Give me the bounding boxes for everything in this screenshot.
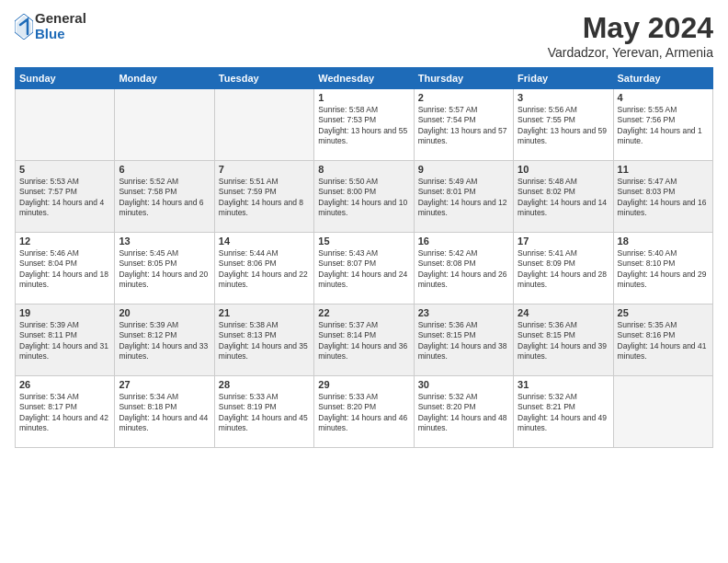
header-row: Sunday Monday Tuesday Wednesday Thursday…	[16, 68, 713, 89]
table-row: 17Sunrise: 5:41 AMSunset: 8:09 PMDayligh…	[514, 233, 613, 304]
day-number: 4	[618, 92, 709, 103]
day-number: 14	[219, 236, 310, 247]
day-number: 24	[518, 307, 609, 318]
day-number: 15	[318, 236, 409, 247]
cell-detail: Sunrise: 5:34 AMSunset: 8:17 PMDaylight:…	[19, 392, 110, 434]
day-number: 20	[119, 307, 210, 318]
table-row: 29Sunrise: 5:33 AMSunset: 8:20 PMDayligh…	[314, 376, 414, 448]
day-number: 31	[518, 379, 609, 390]
col-thursday: Thursday	[414, 68, 513, 89]
day-number: 22	[318, 307, 409, 318]
cell-detail: Sunrise: 5:52 AMSunset: 7:58 PMDaylight:…	[119, 177, 210, 219]
table-row: 10Sunrise: 5:48 AMSunset: 8:02 PMDayligh…	[514, 161, 613, 233]
cell-detail: Sunrise: 5:39 AMSunset: 8:11 PMDaylight:…	[19, 320, 110, 362]
cell-detail: Sunrise: 5:36 AMSunset: 8:15 PMDaylight:…	[518, 320, 609, 362]
calendar-week-row: 19Sunrise: 5:39 AMSunset: 8:11 PMDayligh…	[16, 304, 713, 376]
day-number: 27	[119, 379, 210, 390]
day-number: 7	[219, 164, 310, 175]
calendar-week-row: 26Sunrise: 5:34 AMSunset: 8:17 PMDayligh…	[16, 376, 713, 448]
table-row: 18Sunrise: 5:40 AMSunset: 8:10 PMDayligh…	[613, 233, 712, 304]
table-row: 20Sunrise: 5:39 AMSunset: 8:12 PMDayligh…	[115, 304, 214, 376]
cell-detail: Sunrise: 5:34 AMSunset: 8:18 PMDaylight:…	[119, 392, 210, 434]
table-row: 9Sunrise: 5:49 AMSunset: 8:01 PMDaylight…	[414, 161, 513, 233]
table-row: 24Sunrise: 5:36 AMSunset: 8:15 PMDayligh…	[514, 304, 613, 376]
cell-detail: Sunrise: 5:57 AMSunset: 7:54 PMDaylight:…	[418, 105, 509, 147]
day-number: 16	[418, 236, 509, 247]
cell-detail: Sunrise: 5:45 AMSunset: 8:05 PMDaylight:…	[119, 248, 210, 291]
table-row: 13Sunrise: 5:45 AMSunset: 8:05 PMDayligh…	[115, 233, 214, 304]
table-row: 2Sunrise: 5:57 AMSunset: 7:54 PMDaylight…	[414, 89, 513, 161]
day-number: 12	[19, 236, 110, 247]
cell-detail: Sunrise: 5:38 AMSunset: 8:13 PMDaylight:…	[219, 320, 310, 362]
cell-detail: Sunrise: 5:47 AMSunset: 8:03 PMDaylight:…	[618, 177, 709, 219]
col-friday: Friday	[514, 68, 613, 89]
table-row	[214, 89, 313, 161]
calendar-week-row: 12Sunrise: 5:46 AMSunset: 8:04 PMDayligh…	[16, 233, 713, 304]
location-label: Vardadzor, Yerevan, Armenia	[548, 45, 713, 60]
cell-detail: Sunrise: 5:44 AMSunset: 8:06 PMDaylight:…	[219, 248, 310, 291]
table-row	[16, 89, 115, 161]
table-row: 5Sunrise: 5:53 AMSunset: 7:57 PMDaylight…	[16, 161, 115, 233]
day-number: 19	[19, 307, 110, 318]
day-number: 17	[518, 236, 609, 247]
cell-detail: Sunrise: 5:48 AMSunset: 8:02 PMDaylight:…	[518, 177, 609, 219]
day-number: 13	[119, 236, 210, 247]
cell-detail: Sunrise: 5:33 AMSunset: 8:19 PMDaylight:…	[219, 392, 310, 434]
cell-detail: Sunrise: 5:40 AMSunset: 8:10 PMDaylight:…	[618, 248, 709, 291]
table-row: 4Sunrise: 5:55 AMSunset: 7:56 PMDaylight…	[613, 89, 712, 161]
month-title: May 2024	[548, 11, 713, 45]
day-number: 21	[219, 307, 310, 318]
col-saturday: Saturday	[613, 68, 712, 89]
header: General Blue May 2024 Vardadzor, Yerevan…	[15, 11, 713, 60]
calendar-header: Sunday Monday Tuesday Wednesday Thursday…	[16, 68, 713, 89]
col-sunday: Sunday	[16, 68, 115, 89]
cell-detail: Sunrise: 5:58 AMSunset: 7:53 PMDaylight:…	[318, 105, 409, 147]
table-row: 15Sunrise: 5:43 AMSunset: 8:07 PMDayligh…	[314, 233, 414, 304]
calendar-week-row: 5Sunrise: 5:53 AMSunset: 7:57 PMDaylight…	[16, 161, 713, 233]
day-number: 26	[19, 379, 110, 390]
table-row: 14Sunrise: 5:44 AMSunset: 8:06 PMDayligh…	[214, 233, 313, 304]
day-number: 2	[418, 92, 509, 103]
col-tuesday: Tuesday	[214, 68, 313, 89]
logo: General Blue	[15, 11, 86, 41]
table-row: 22Sunrise: 5:37 AMSunset: 8:14 PMDayligh…	[314, 304, 414, 376]
cell-detail: Sunrise: 5:56 AMSunset: 7:55 PMDaylight:…	[518, 105, 609, 147]
cell-detail: Sunrise: 5:35 AMSunset: 8:16 PMDaylight:…	[618, 320, 709, 362]
cell-detail: Sunrise: 5:53 AMSunset: 7:57 PMDaylight:…	[19, 177, 110, 219]
table-row: 12Sunrise: 5:46 AMSunset: 8:04 PMDayligh…	[16, 233, 115, 304]
day-number: 28	[219, 379, 310, 390]
cell-detail: Sunrise: 5:37 AMSunset: 8:14 PMDaylight:…	[318, 320, 409, 362]
cell-detail: Sunrise: 5:33 AMSunset: 8:20 PMDaylight:…	[318, 392, 409, 434]
cell-detail: Sunrise: 5:32 AMSunset: 8:21 PMDaylight:…	[518, 392, 609, 434]
day-number: 1	[318, 92, 409, 103]
table-row: 8Sunrise: 5:50 AMSunset: 8:00 PMDaylight…	[314, 161, 414, 233]
cell-detail: Sunrise: 5:32 AMSunset: 8:20 PMDaylight:…	[418, 392, 509, 434]
cell-detail: Sunrise: 5:46 AMSunset: 8:04 PMDaylight:…	[19, 248, 110, 291]
cell-detail: Sunrise: 5:51 AMSunset: 7:59 PMDaylight:…	[219, 177, 310, 219]
day-number: 5	[19, 164, 110, 175]
cell-detail: Sunrise: 5:36 AMSunset: 8:15 PMDaylight:…	[418, 320, 509, 362]
table-row: 7Sunrise: 5:51 AMSunset: 7:59 PMDaylight…	[214, 161, 313, 233]
table-row: 26Sunrise: 5:34 AMSunset: 8:17 PMDayligh…	[16, 376, 115, 448]
table-row: 31Sunrise: 5:32 AMSunset: 8:21 PMDayligh…	[514, 376, 613, 448]
day-number: 30	[418, 379, 509, 390]
cell-detail: Sunrise: 5:39 AMSunset: 8:12 PMDaylight:…	[119, 320, 210, 362]
table-row: 21Sunrise: 5:38 AMSunset: 8:13 PMDayligh…	[214, 304, 313, 376]
table-row: 27Sunrise: 5:34 AMSunset: 8:18 PMDayligh…	[115, 376, 214, 448]
table-row: 23Sunrise: 5:36 AMSunset: 8:15 PMDayligh…	[414, 304, 513, 376]
cell-detail: Sunrise: 5:50 AMSunset: 8:00 PMDaylight:…	[318, 177, 409, 219]
table-row: 25Sunrise: 5:35 AMSunset: 8:16 PMDayligh…	[613, 304, 712, 376]
cell-detail: Sunrise: 5:55 AMSunset: 7:56 PMDaylight:…	[618, 105, 709, 147]
cell-detail: Sunrise: 5:42 AMSunset: 8:08 PMDaylight:…	[418, 248, 509, 291]
table-row: 16Sunrise: 5:42 AMSunset: 8:08 PMDayligh…	[414, 233, 513, 304]
table-row	[613, 376, 712, 448]
day-number: 10	[518, 164, 609, 175]
calendar-week-row: 1Sunrise: 5:58 AMSunset: 7:53 PMDaylight…	[16, 89, 713, 161]
title-section: May 2024 Vardadzor, Yerevan, Armenia	[548, 11, 713, 60]
table-row: 19Sunrise: 5:39 AMSunset: 8:11 PMDayligh…	[16, 304, 115, 376]
calendar-body: 1Sunrise: 5:58 AMSunset: 7:53 PMDaylight…	[16, 89, 713, 448]
cell-detail: Sunrise: 5:49 AMSunset: 8:01 PMDaylight:…	[418, 177, 509, 219]
logo-blue-label: Blue	[35, 27, 86, 42]
page: General Blue May 2024 Vardadzor, Yerevan…	[0, 0, 728, 563]
table-row: 6Sunrise: 5:52 AMSunset: 7:58 PMDaylight…	[115, 161, 214, 233]
